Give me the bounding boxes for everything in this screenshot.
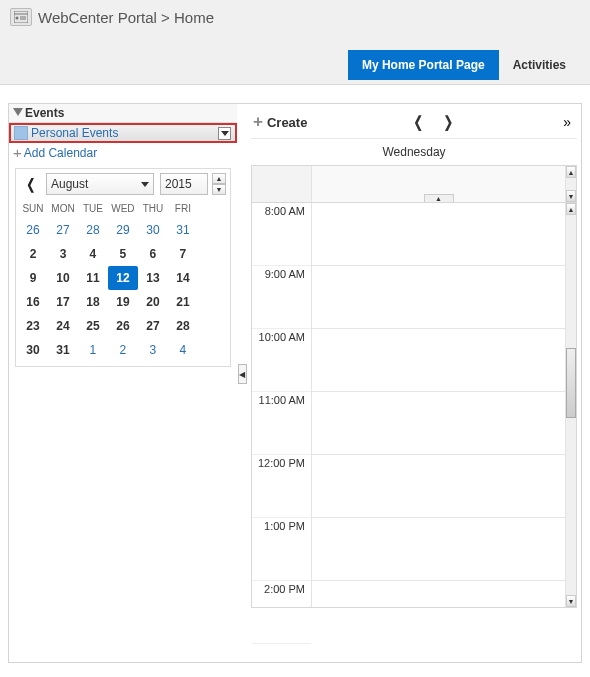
next-day-button[interactable]: ❭	[433, 111, 463, 133]
day-cell[interactable]: 16	[18, 290, 48, 314]
hour-slots[interactable]	[312, 203, 565, 607]
year-down-button[interactable]: ▼	[212, 184, 226, 195]
day-cell[interactable]: 9	[18, 266, 48, 290]
day-cell[interactable]: 27	[48, 218, 78, 242]
events-header[interactable]: Events	[9, 104, 237, 123]
day-cell[interactable]: 4	[78, 242, 108, 266]
hour-grid: 8:00 AM9:00 AM10:00 AM11:00 AM12:00 PM1:…	[251, 203, 577, 608]
dow-label: MON	[48, 199, 78, 218]
day-cell[interactable]: 30	[138, 218, 168, 242]
day-cell[interactable]: 2	[108, 338, 138, 362]
day-cell[interactable]: 25	[78, 314, 108, 338]
day-cell[interactable]: 3	[48, 242, 78, 266]
year-up-button[interactable]: ▲	[212, 173, 226, 184]
month-picker: ❬ August 2015 ▲ ▼ SUN MON	[15, 168, 231, 367]
year-value: 2015	[165, 177, 194, 191]
day-cell[interactable]: 20	[138, 290, 168, 314]
scroll-thumb[interactable]	[566, 348, 576, 418]
calendar-name: Personal Events	[31, 126, 218, 140]
day-cell[interactable]: 31	[48, 338, 78, 362]
calendar-color-swatch	[14, 126, 28, 140]
hour-slot[interactable]	[312, 203, 565, 266]
tab-my-home-portal[interactable]: My Home Portal Page	[348, 50, 499, 80]
dow-label: TUE	[78, 199, 108, 218]
day-cell[interactable]: 18	[78, 290, 108, 314]
add-calendar-link[interactable]: + Add Calendar	[9, 143, 237, 162]
day-cell[interactable]: 11	[78, 266, 108, 290]
day-cell[interactable]: 24	[48, 314, 78, 338]
hour-slot[interactable]	[312, 329, 565, 392]
day-cell[interactable]: 26	[18, 218, 48, 242]
week-row: 161718192021	[18, 290, 228, 314]
day-cell[interactable]: 28	[168, 314, 198, 338]
day-cell[interactable]: 4	[168, 338, 198, 362]
week-row: 30311234	[18, 338, 228, 362]
portal-icon	[10, 8, 32, 26]
hour-slot[interactable]	[312, 455, 565, 518]
sidebar-collapse-column: ◀	[237, 364, 247, 384]
day-cell[interactable]: 10	[48, 266, 78, 290]
calendar-options-dropdown[interactable]	[218, 127, 231, 140]
allday-scrollbar: ▲ ▼	[565, 166, 576, 202]
hour-slot[interactable]	[312, 392, 565, 455]
prev-month-button[interactable]: ❬	[20, 173, 42, 195]
day-cell[interactable]: 23	[18, 314, 48, 338]
svg-marker-5	[13, 108, 23, 116]
day-cell[interactable]: 28	[78, 218, 108, 242]
day-cell[interactable]: 14	[168, 266, 198, 290]
scroll-track[interactable]	[566, 215, 576, 595]
chevron-down-icon	[221, 129, 229, 137]
day-cell[interactable]: 13	[138, 266, 168, 290]
sidebar-collapse-handle[interactable]: ◀	[238, 364, 247, 384]
allday-scroll-up[interactable]: ▲	[566, 166, 576, 178]
day-cell[interactable]: 26	[108, 314, 138, 338]
page-header: WebCenter Portal > Home My Home Portal P…	[0, 0, 590, 85]
hour-labels: 8:00 AM9:00 AM10:00 AM11:00 AM12:00 PM1:…	[252, 203, 312, 607]
scroll-up-button[interactable]: ▲	[566, 203, 576, 215]
month-value: August	[51, 177, 88, 191]
day-cell[interactable]: 2	[18, 242, 48, 266]
day-label: Wednesday	[251, 139, 577, 165]
year-spinner: ▲ ▼	[212, 173, 226, 195]
svg-marker-6	[221, 131, 229, 136]
day-cell[interactable]: 29	[108, 218, 138, 242]
tab-row: My Home Portal Page Activities	[10, 50, 580, 80]
hour-slot[interactable]	[312, 581, 565, 607]
prev-day-button[interactable]: ❬	[403, 111, 433, 133]
hour-label: 2:00 PM	[252, 581, 311, 644]
breadcrumb-text: WebCenter Portal > Home	[38, 9, 214, 26]
day-cell[interactable]: 17	[48, 290, 78, 314]
day-cell[interactable]: 7	[168, 242, 198, 266]
tab-activities[interactable]: Activities	[499, 50, 580, 80]
calendar-sidebar: Events Personal Events + Add Calendar ❬ …	[9, 104, 237, 373]
allday-collapse-handle[interactable]: ▲	[424, 194, 454, 202]
hour-label: 12:00 PM	[252, 455, 311, 518]
events-title: Events	[25, 106, 64, 120]
year-select[interactable]: 2015	[160, 173, 208, 195]
day-cell[interactable]: 12	[108, 266, 138, 290]
allday-scroll-down[interactable]: ▼	[566, 190, 576, 202]
day-cell[interactable]: 19	[108, 290, 138, 314]
day-cell[interactable]: 6	[138, 242, 168, 266]
expand-button[interactable]: »	[557, 114, 577, 130]
days-grid: 2627282930312345679101112131416171819202…	[16, 218, 230, 366]
allday-area[interactable]: ▲	[312, 166, 565, 202]
day-cell[interactable]: 1	[78, 338, 108, 362]
day-cell[interactable]: 21	[168, 290, 198, 314]
month-header: ❬ August 2015 ▲ ▼	[16, 169, 230, 199]
hour-label: 8:00 AM	[252, 203, 311, 266]
hour-slot[interactable]	[312, 518, 565, 581]
month-select[interactable]: August	[46, 173, 154, 195]
hour-slot[interactable]	[312, 266, 565, 329]
allday-gutter	[252, 166, 312, 202]
day-cell[interactable]: 27	[138, 314, 168, 338]
day-cell[interactable]: 31	[168, 218, 198, 242]
vertical-scrollbar: ▲ ▼	[565, 203, 576, 607]
day-cell[interactable]: 3	[138, 338, 168, 362]
calendar-overlay-personal-events[interactable]: Personal Events	[9, 123, 237, 143]
hour-label: 10:00 AM	[252, 329, 311, 392]
day-cell[interactable]: 30	[18, 338, 48, 362]
day-cell[interactable]: 5	[108, 242, 138, 266]
create-button[interactable]: + Create	[251, 110, 309, 134]
scroll-down-button[interactable]: ▼	[566, 595, 576, 607]
